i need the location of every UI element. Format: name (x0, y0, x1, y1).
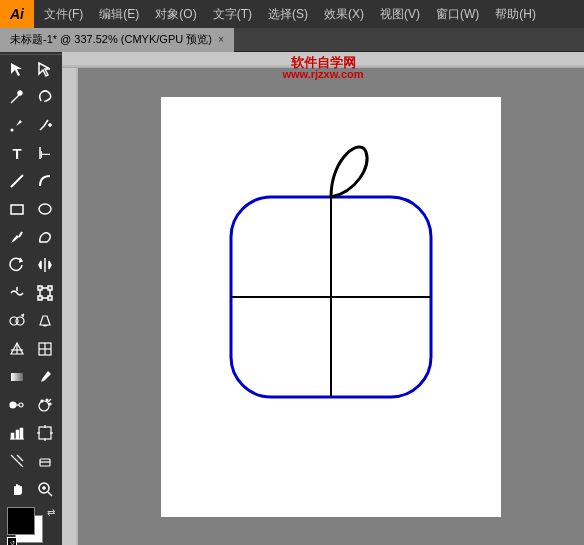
symbol-sprayer-tool[interactable] (31, 391, 59, 419)
svg-point-5 (11, 129, 14, 132)
blend-tool[interactable] (3, 391, 31, 419)
svg-point-12 (39, 204, 51, 214)
menu-text[interactable]: 文字(T) (207, 4, 258, 25)
tool-row-14 (0, 419, 62, 447)
svg-rect-46 (20, 428, 23, 439)
perspective-grid-tool[interactable] (3, 335, 31, 363)
rotate-tool[interactable] (3, 251, 31, 279)
ruler-vertical (62, 68, 78, 545)
svg-line-58 (48, 492, 52, 496)
magic-wand-tool[interactable] (3, 83, 31, 111)
tab-close-button[interactable]: × (218, 34, 224, 45)
free-transform-tool[interactable] (31, 279, 59, 307)
svg-point-24 (16, 317, 24, 325)
arc-tool[interactable] (31, 167, 59, 195)
svg-text:T: T (39, 150, 53, 158)
svg-rect-19 (38, 286, 42, 290)
swap-colors-icon[interactable]: ⇄ (47, 507, 55, 518)
paintbrush-tool[interactable] (3, 223, 31, 251)
tool-row-16 (0, 475, 62, 503)
column-graph-tool[interactable] (3, 419, 31, 447)
artboard-container (78, 68, 584, 545)
ellipse-tool[interactable] (31, 195, 59, 223)
tool-row-4: T T (0, 139, 62, 167)
menu-object[interactable]: 对象(O) (149, 4, 202, 25)
tool-row-2 (0, 83, 62, 111)
ai-logo: Ai (0, 0, 34, 28)
eyedropper-tool[interactable] (31, 363, 59, 391)
tool-row-3 (0, 111, 62, 139)
svg-rect-34 (11, 373, 23, 381)
menu-select[interactable]: 选择(S) (262, 4, 314, 25)
title-bar: Ai 文件(F) 编辑(E) 对象(O) 文字(T) 选择(S) 效果(X) 视… (0, 0, 584, 28)
svg-point-43 (49, 403, 51, 405)
tool-row-8 (0, 251, 62, 279)
vertical-type-tool[interactable]: T (31, 139, 59, 167)
svg-line-2 (11, 95, 19, 103)
menu-window[interactable]: 窗口(W) (430, 4, 485, 25)
type-tool[interactable]: T (3, 139, 31, 167)
pen-tool[interactable] (3, 111, 31, 139)
menu-help[interactable]: 帮助(H) (489, 4, 542, 25)
active-tab[interactable]: 未标题-1* @ 337.52% (CMYK/GPU 预览) × (0, 28, 234, 52)
selection-tool[interactable] (3, 55, 31, 83)
color-section: ⇄ ↺ □ (0, 503, 62, 545)
main-layout: T T (0, 52, 584, 545)
svg-rect-22 (48, 296, 52, 300)
svg-marker-1 (39, 63, 50, 76)
left-toolbar: T T (0, 52, 62, 545)
ruler-horizontal: /* ticks rendered below */ (62, 52, 584, 68)
default-colors-icon[interactable]: ↺ (7, 537, 17, 545)
blob-brush-tool[interactable] (31, 223, 59, 251)
svg-marker-0 (11, 63, 22, 76)
reflect-tool[interactable] (31, 251, 59, 279)
svg-line-54 (17, 455, 23, 461)
tool-row-11 (0, 335, 62, 363)
menu-effect[interactable]: 效果(X) (318, 4, 370, 25)
svg-marker-16 (49, 261, 51, 269)
svg-rect-21 (38, 296, 42, 300)
foreground-color-swatch[interactable] (7, 507, 35, 535)
mesh-tool[interactable] (31, 335, 59, 363)
artboard-tool[interactable] (31, 419, 59, 447)
svg-line-13 (19, 232, 22, 237)
svg-line-53 (11, 455, 23, 467)
eraser-tool[interactable] (31, 447, 59, 475)
svg-rect-48 (39, 427, 51, 439)
tool-row-15 (0, 447, 62, 475)
menu-file[interactable]: 文件(F) (38, 4, 89, 25)
svg-rect-61 (62, 52, 584, 67)
shape-builder-tool[interactable] (3, 307, 31, 335)
lasso-tool[interactable] (31, 83, 59, 111)
tool-row-12 (0, 363, 62, 391)
tool-row-7 (0, 223, 62, 251)
svg-point-4 (18, 91, 22, 95)
gradient-tool[interactable] (3, 363, 31, 391)
svg-rect-44 (11, 433, 14, 439)
tab-bar: 未标题-1* @ 337.52% (CMYK/GPU 预览) × (0, 28, 584, 52)
menu-view[interactable]: 视图(V) (374, 4, 426, 25)
svg-rect-20 (48, 286, 52, 290)
tool-row-10 (0, 307, 62, 335)
color-swatches[interactable]: ⇄ ↺ (7, 507, 55, 545)
tool-row-6 (0, 195, 62, 223)
line-segment-tool[interactable] (3, 167, 31, 195)
live-paint-bucket[interactable] (31, 307, 59, 335)
svg-point-37 (19, 403, 23, 407)
add-anchor-tool[interactable] (31, 111, 59, 139)
tool-row-1 (0, 55, 62, 83)
slice-tool[interactable] (3, 447, 31, 475)
hand-tool[interactable] (3, 475, 31, 503)
svg-rect-11 (11, 205, 23, 214)
drawing-svg (161, 97, 501, 517)
menu-edit[interactable]: 编辑(E) (93, 4, 145, 25)
artboard (161, 97, 501, 517)
rectangle-tool[interactable] (3, 195, 31, 223)
svg-marker-15 (39, 261, 41, 269)
warp-tool[interactable] (3, 279, 31, 307)
canvas-area[interactable]: 软件自学网 www.rjzxw.com /* ticks rendered be… (62, 52, 584, 545)
zoom-tool[interactable] (31, 475, 59, 503)
svg-point-42 (46, 399, 48, 401)
svg-rect-45 (16, 430, 19, 439)
direct-selection-tool[interactable] (31, 55, 59, 83)
